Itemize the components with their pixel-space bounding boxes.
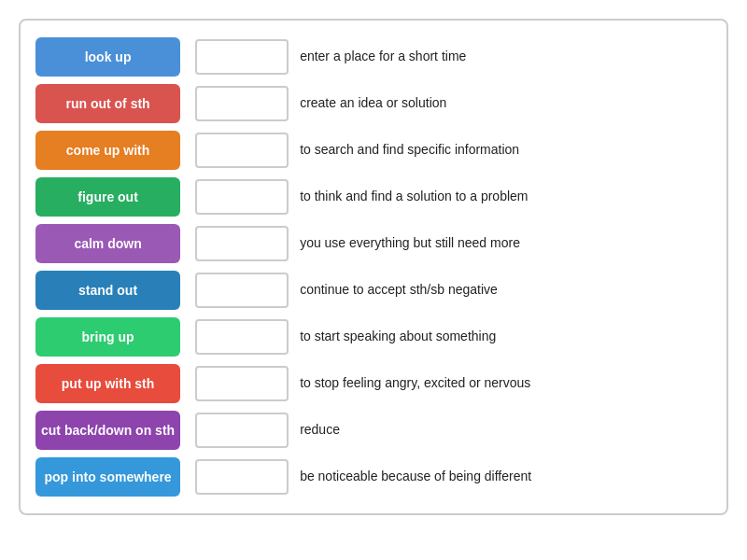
match-row-10: be noticeable because of being different	[195, 457, 712, 497]
match-box-6[interactable]	[195, 273, 289, 308]
phrase-btn-look-up[interactable]: look up	[35, 37, 180, 77]
definition-text-2: create an idea or solution	[300, 94, 712, 113]
main-container: look uprun out of sthcome up withfigure …	[19, 19, 728, 515]
match-box-3[interactable]	[195, 133, 289, 168]
match-box-10[interactable]	[195, 459, 289, 495]
definition-text-5: you use everything but still need more	[300, 234, 712, 253]
phrase-btn-put-up-with-sth[interactable]: put up with sth	[35, 364, 180, 403]
definition-text-7: to start speaking about something	[300, 328, 712, 346]
match-box-5[interactable]	[195, 226, 289, 261]
match-row-8: to stop feeling angry, excited or nervou…	[195, 364, 712, 403]
match-row-9: reduce	[195, 411, 712, 450]
definition-text-9: reduce	[300, 421, 712, 440]
definition-text-4: to think and find a solution to a proble…	[300, 188, 712, 206]
definition-text-3: to search and find specific information	[300, 141, 712, 160]
match-box-7[interactable]	[195, 319, 289, 355]
phrase-btn-run-out-of-sth[interactable]: run out of sth	[35, 84, 180, 123]
definition-text-8: to stop feeling angry, excited or nervou…	[300, 374, 712, 393]
match-row-4: to think and find a solution to a proble…	[195, 177, 712, 217]
match-box-4[interactable]	[195, 179, 289, 215]
match-box-1[interactable]	[195, 39, 289, 75]
phrase-btn-pop-into-somewhere[interactable]: pop into somewhere	[35, 457, 180, 497]
match-row-2: create an idea or solution	[195, 84, 712, 123]
phrase-btn-stand-out[interactable]: stand out	[35, 271, 180, 310]
match-row-3: to search and find specific information	[195, 131, 712, 170]
definitions-column: enter a place for a short timecreate an …	[195, 37, 712, 497]
match-row-7: to start speaking about something	[195, 317, 712, 357]
match-box-9[interactable]	[195, 413, 289, 448]
match-box-8[interactable]	[195, 366, 289, 401]
phrase-btn-calm-down[interactable]: calm down	[35, 224, 180, 263]
definition-text-1: enter a place for a short time	[300, 48, 712, 66]
match-box-2[interactable]	[195, 86, 289, 121]
match-row-6: continue to accept sth/sb negative	[195, 271, 712, 310]
definition-text-10: be noticeable because of being different	[300, 468, 712, 486]
phrase-btn-figure-out[interactable]: figure out	[35, 177, 180, 217]
match-row-1: enter a place for a short time	[195, 37, 712, 77]
definition-text-6: continue to accept sth/sb negative	[300, 281, 712, 300]
phrase-btn-come-up-with[interactable]: come up with	[35, 131, 180, 170]
phrase-btn-bring-up[interactable]: bring up	[35, 317, 180, 357]
phrase-btn-cut-back-down-on-sth[interactable]: cut back/down on sth	[35, 411, 180, 450]
phrases-column: look uprun out of sthcome up withfigure …	[35, 37, 180, 497]
match-row-5: you use everything but still need more	[195, 224, 712, 263]
